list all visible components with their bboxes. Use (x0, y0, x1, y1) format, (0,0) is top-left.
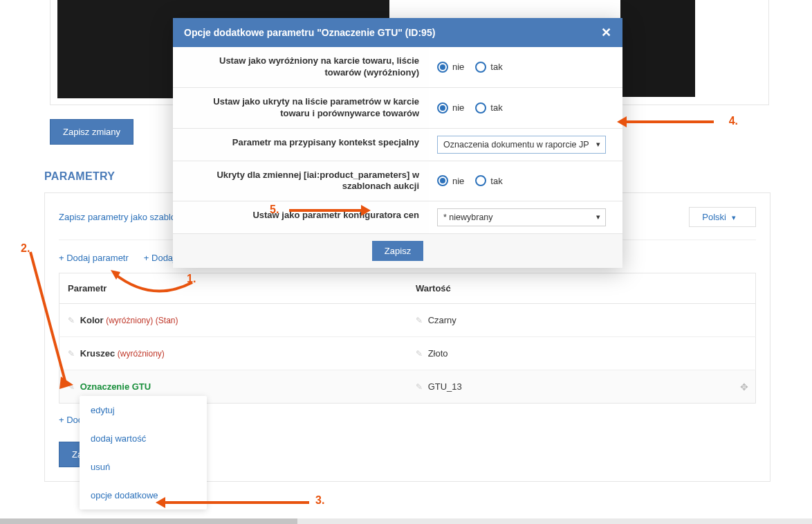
radio-no[interactable] (437, 62, 448, 73)
col-header-value: Wartość (407, 273, 756, 304)
radio-yes-label: tak (490, 62, 502, 72)
edit-icon[interactable]: ✎ (416, 349, 423, 359)
annotation-label-4: 4. (729, 115, 738, 127)
ctx-edit[interactable]: edytuj (80, 396, 207, 424)
tag-highlighted: (wyróżniony) (106, 316, 153, 325)
radio-no[interactable] (437, 102, 448, 114)
modal-footer: Zapisz (173, 234, 622, 268)
param-name: Kruszec (80, 348, 116, 359)
annotation-3: 3. (315, 494, 324, 507)
edit-icon[interactable]: ✎ (68, 316, 75, 325)
edit-icon[interactable]: ✎ (68, 349, 75, 359)
save-changes-button[interactable]: Zapisz zmiany (50, 119, 133, 145)
radio-no[interactable] (437, 175, 448, 186)
parameters-table: Parametr Wartość ✎ Kolor (wyróżniony) (S… (59, 273, 756, 404)
table-row[interactable]: ✎ Kruszec (wyróżniony) ✎ Złoto (59, 337, 756, 370)
param-name: Oznaczenie GTU (80, 381, 151, 392)
annotation-arrow-4: 4. (624, 116, 735, 130)
edit-icon[interactable]: ✎ (68, 382, 75, 392)
ctx-delete[interactable]: usuń (80, 453, 207, 481)
close-icon[interactable]: ✕ (601, 26, 611, 39)
radio-yes[interactable] (475, 175, 486, 186)
scrollbar-thumb[interactable] (0, 518, 297, 524)
modal-save-button[interactable]: Zapisz (372, 241, 423, 261)
modal-label-hidden-iai: Ukryty dla zmiennej [iai:product_paramet… (173, 161, 429, 201)
param-value: Czarny (428, 315, 456, 325)
modal-header: Opcje dodatkowe parametru "Oznaczenie GT… (173, 18, 622, 47)
col-header-parameter: Parametr (59, 273, 408, 304)
edit-icon[interactable]: ✎ (416, 316, 423, 325)
param-value: Złoto (428, 348, 448, 359)
parameters-section-title: PARAMETRY (44, 170, 115, 183)
radio-no-label: nie (452, 62, 464, 72)
product-image-right (620, 0, 695, 97)
language-select[interactable]: Polski (689, 207, 756, 227)
annotation-2: 2. (21, 242, 30, 255)
edit-icon[interactable]: ✎ (416, 382, 423, 392)
radio-no-label: nie (452, 176, 464, 186)
save-as-template-link[interactable]: Zapisz parametry jako szablon (59, 212, 181, 222)
table-row[interactable]: ✎ Kolor (wyróżniony) (Stan) ✎ Czarny (59, 304, 756, 337)
modal-label-context: Parametr ma przypisany kontekst specjaln… (173, 129, 429, 161)
radio-yes[interactable] (475, 102, 486, 114)
modal-label-price-config: Ustaw jako parametr konfiguratora cen (173, 201, 429, 233)
param-name: Kolor (80, 315, 104, 325)
special-context-select[interactable]: Oznaczenia dokumentu w raporcie JPK_ (437, 136, 606, 154)
radio-yes[interactable] (475, 62, 486, 73)
tag-state: (Stan) (156, 316, 178, 325)
add-parameter-link[interactable]: + Dodaj parametr (59, 253, 129, 263)
horizontal-scrollbar[interactable] (0, 518, 812, 524)
modal-label-hidden: Ustaw jako ukryty na liście parametrów w… (173, 88, 429, 128)
extra-options-modal: Opcje dodatkowe parametru "Oznaczenie GT… (173, 18, 622, 268)
param-value: GTU_13 (428, 381, 462, 392)
radio-yes-label: tak (490, 102, 502, 113)
ctx-extra-options[interactable]: opcje dodatkowe (80, 481, 207, 509)
modal-body: Ustaw jako wyróżniony na karcie towaru, … (173, 47, 622, 234)
price-config-select[interactable]: * niewybrany (437, 208, 606, 226)
annotation-label-2: 2. (21, 242, 30, 254)
annotation-label-3: 3. (315, 494, 324, 506)
modal-title: Opcje dodatkowe parametru "Oznaczenie GT… (184, 27, 435, 38)
ctx-add-value[interactable]: dodaj wartość (80, 424, 207, 453)
radio-no-label: nie (452, 102, 464, 113)
modal-label-highlighted: Ustaw jako wyróżniony na karcie towaru, … (173, 47, 429, 87)
tag-highlighted: (wyróżniony) (118, 349, 165, 359)
drag-handle-icon[interactable]: ✥ (740, 381, 748, 392)
radio-yes-label: tak (490, 176, 502, 186)
parameter-context-menu: edytuj dodaj wartość usuń opcje dodatkow… (80, 396, 207, 509)
